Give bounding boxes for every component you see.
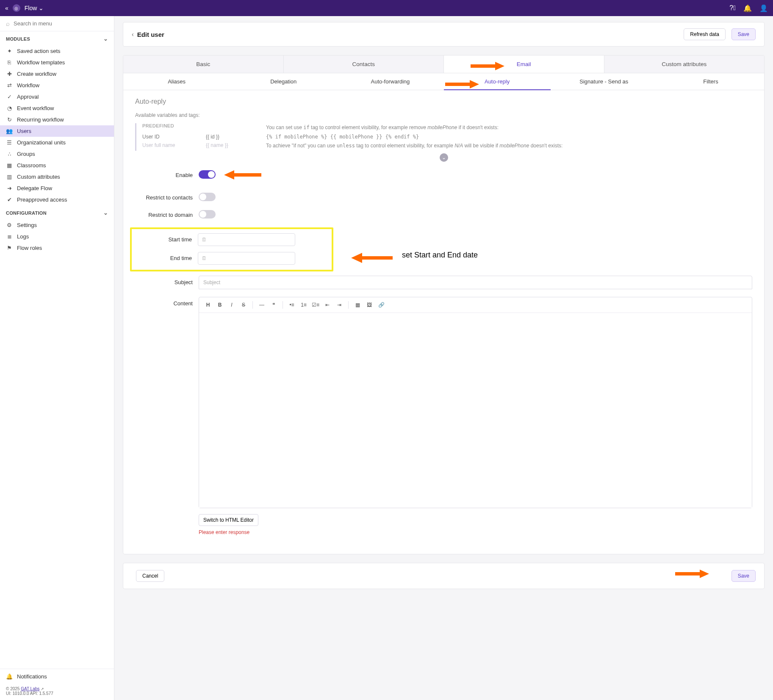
panel-title: Auto-reply — [135, 98, 752, 105]
sidebar-item-settings[interactable]: ⚙Settings — [0, 219, 114, 231]
app-name: Flow — [25, 5, 37, 11]
footer-card: Cancel Save — [123, 563, 765, 589]
bold-icon[interactable]: B — [214, 300, 225, 310]
sidebar-item-users[interactable]: 👥Users — [0, 125, 114, 137]
number-list-icon[interactable]: 1≡ — [298, 300, 309, 310]
sidebar-item-label: Settings — [17, 222, 37, 228]
indent-icon[interactable]: ⇥ — [334, 300, 345, 310]
content-label: Content — [135, 297, 199, 307]
restrict-domain-toggle[interactable] — [199, 210, 216, 219]
switch-html-button[interactable]: Switch to HTML Editor — [199, 514, 258, 526]
subtab-auto-reply[interactable]: Auto-reply — [444, 73, 551, 90]
help-icon[interactable]: ?⃝ — [729, 4, 736, 12]
italic-icon[interactable]: I — [226, 300, 237, 310]
account-icon[interactable]: 👤 — [759, 4, 768, 12]
subtab-auto-forwarding[interactable]: Auto-forwarding — [337, 73, 443, 90]
subject-input[interactable] — [199, 276, 752, 289]
sidebar-item-label: Workflow — [17, 82, 39, 89]
subtab-signature-send-as[interactable]: Signature - Send as — [551, 73, 657, 90]
collapse-sidebar-icon[interactable]: « — [5, 5, 8, 11]
tab-email[interactable]: Email — [444, 55, 604, 73]
save-button[interactable]: Save — [731, 28, 756, 40]
restrict-domain-label: Restrict to domain — [135, 212, 199, 218]
tab-contacts[interactable]: Contacts — [284, 55, 444, 73]
sidebar-item-workflow[interactable]: ⇄Workflow — [0, 80, 114, 91]
section-label: MODULES — [6, 36, 30, 42]
section-label: CONFIGURATION — [6, 210, 47, 216]
sidebar-item-label: Event workflow — [17, 105, 54, 111]
sidebar-item-custom-attributes[interactable]: ▥Custom attributes — [0, 171, 114, 183]
notifications-row[interactable]: 🔔 Notifications — [0, 669, 114, 684]
quote-icon[interactable]: ❝ — [268, 300, 279, 310]
tab-basic[interactable]: Basic — [123, 55, 284, 73]
chevron-down-icon: ⌄ — [103, 36, 108, 42]
back-icon[interactable]: ‹ — [132, 31, 134, 38]
nav-icon: ↻ — [6, 116, 13, 123]
sidebar-item-label: Approval — [17, 94, 39, 100]
tab-custom-attributes[interactable]: Custom attributes — [604, 55, 765, 73]
sidebar-item-label: Recurring workflow — [17, 116, 64, 123]
tabs-level-2: AliasesDelegationAuto-forwardingAuto-rep… — [123, 73, 764, 90]
hr-icon[interactable]: ― — [256, 300, 267, 310]
sidebar-item-label: Users — [17, 128, 31, 134]
calendar-icon: 🗓 — [202, 237, 207, 243]
sidebar-item-saved-action-sets[interactable]: ✦Saved action sets — [0, 45, 114, 57]
bell-icon[interactable]: 🔔 — [743, 4, 752, 12]
sidebar-item-recurring-workflow[interactable]: ↻Recurring workflow — [0, 114, 114, 125]
sidebar-item-event-workflow[interactable]: ◔Event workflow — [0, 102, 114, 114]
var-name: User ID — [142, 134, 206, 140]
image-icon[interactable]: 🖼 — [364, 300, 375, 310]
sidebar-item-preapproved-access[interactable]: ✔Preapproved access — [0, 194, 114, 205]
restrict-contacts-toggle[interactable] — [199, 193, 216, 201]
search-input[interactable] — [4, 19, 110, 28]
app-switcher[interactable]: Flow ⌄ — [25, 5, 44, 11]
sidebar-item-classrooms[interactable]: ▦Classrooms — [0, 160, 114, 171]
subtab-aliases[interactable]: Aliases — [123, 73, 230, 90]
save-button-bottom[interactable]: Save — [731, 570, 756, 582]
checklist-icon[interactable]: ☑≡ — [310, 300, 321, 310]
topbar: « ◎ Flow ⌄ ?⃝ 🔔 👤 — [0, 0, 773, 16]
subtab-delegation[interactable]: Delegation — [230, 73, 337, 90]
subtab-filters[interactable]: Filters — [657, 73, 764, 90]
sidebar-item-groups[interactable]: ⛬Groups — [0, 148, 114, 160]
start-time-label: Start time — [134, 236, 198, 243]
nav-icon: ≣ — [6, 233, 13, 240]
cancel-button[interactable]: Cancel — [136, 570, 164, 582]
end-time-input[interactable]: 🗓 — [198, 252, 295, 265]
section-modules[interactable]: MODULES ⌄ — [0, 31, 114, 45]
nav-icon: ✓ — [6, 94, 13, 100]
gat-labs-link[interactable]: GAT Labs — [21, 686, 39, 691]
bullet-list-icon[interactable]: •≡ — [286, 300, 297, 310]
sidebar-item-label: Classrooms — [17, 162, 46, 169]
enable-toggle[interactable] — [199, 170, 216, 179]
refresh-button[interactable]: Refresh data — [684, 28, 726, 40]
nav-icon: ▦ — [6, 162, 13, 169]
nav-icon: ⚑ — [6, 245, 13, 251]
sidebar-item-flow-roles[interactable]: ⚑Flow roles — [0, 242, 114, 254]
nav-icon: ✚ — [6, 71, 13, 77]
section-configuration[interactable]: CONFIGURATION ⌄ — [0, 205, 114, 219]
sidebar-item-label: Flow roles — [17, 245, 42, 251]
sidebar-item-approval[interactable]: ✓Approval — [0, 91, 114, 102]
expand-icon[interactable]: ⌄ — [440, 153, 448, 162]
link-icon[interactable]: 🔗 — [376, 300, 387, 310]
var-name: User full name — [142, 142, 206, 148]
outdent-icon[interactable]: ⇤ — [322, 300, 333, 310]
chevron-down-icon: ⌄ — [39, 5, 44, 11]
sidebar-item-logs[interactable]: ≣Logs — [0, 231, 114, 242]
sidebar-item-label: Delegate Flow — [17, 185, 52, 191]
sidebar-item-organizational-units[interactable]: ☰Organizational units — [0, 137, 114, 148]
sidebar-item-label: Saved action sets — [17, 48, 61, 54]
sidebar-item-delegate-flow[interactable]: ➜Delegate Flow — [0, 183, 114, 194]
table-icon[interactable]: ▦ — [352, 300, 363, 310]
nav-icon: ⇄ — [6, 82, 13, 89]
start-time-input[interactable]: 🗓 — [198, 233, 295, 246]
sidebar-item-label: Organizational units — [17, 139, 66, 146]
heading-icon[interactable]: H — [202, 300, 213, 310]
sidebar-item-workflow-templates[interactable]: ⎘Workflow templates — [0, 57, 114, 68]
strike-icon[interactable]: S — [238, 300, 249, 310]
available-vars-label: Available variables and tags: — [135, 112, 752, 118]
editor-body[interactable] — [199, 313, 752, 508]
sidebar-item-create-workflow[interactable]: ✚Create workflow — [0, 68, 114, 80]
nav-icon: ⚙ — [6, 222, 13, 228]
